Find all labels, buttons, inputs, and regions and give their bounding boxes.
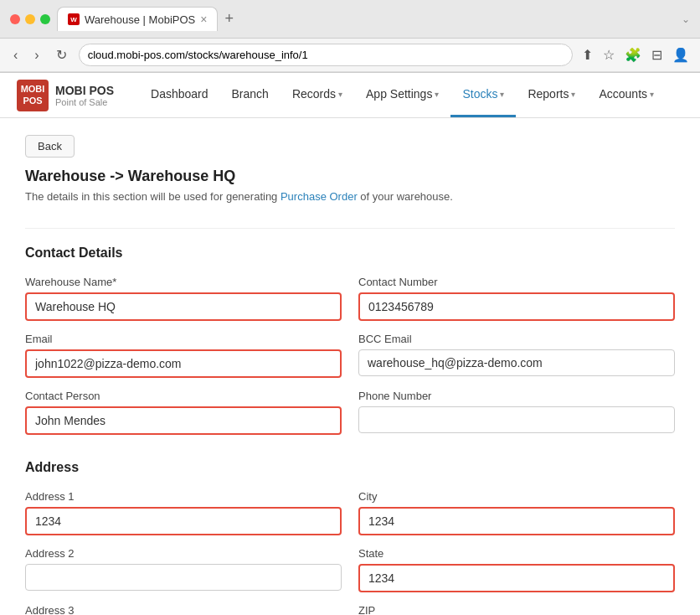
app-settings-caret: ▾ bbox=[435, 90, 439, 99]
address-row-1: Address 1 City bbox=[25, 490, 675, 535]
section-divider-top bbox=[25, 228, 675, 229]
page-description: The details in this section will be used… bbox=[25, 190, 675, 203]
logo-main-text: MOBI POS bbox=[55, 84, 114, 97]
nav-reports[interactable]: Reports ▾ bbox=[516, 73, 587, 117]
dot-maximize[interactable] bbox=[40, 14, 50, 24]
browser-add-tab-button[interactable]: + bbox=[224, 10, 234, 28]
address-row-3: Address 3 ZIP bbox=[25, 604, 675, 615]
browser-toolbar: ‹ › ↻ ⬆ ☆ 🧩 ⊟ 👤 bbox=[0, 39, 700, 72]
url-bar[interactable] bbox=[79, 44, 573, 66]
logo-sub-text: Point of Sale bbox=[55, 97, 114, 107]
page-desc-suffix: of your warehouse. bbox=[358, 190, 453, 203]
form-row-2: Email BCC Email bbox=[25, 333, 675, 378]
nav-records[interactable]: Records ▾ bbox=[281, 73, 354, 117]
form-row-1: Warehouse Name* Contact Number bbox=[25, 276, 675, 321]
user-icon[interactable]: 👤 bbox=[670, 44, 692, 65]
state-input[interactable] bbox=[358, 564, 675, 592]
phone-number-input[interactable] bbox=[358, 406, 675, 433]
extensions-icon[interactable]: 🧩 bbox=[622, 44, 644, 65]
bcc-email-label: BCC Email bbox=[358, 333, 675, 345]
form-group-phone-number: Phone Number bbox=[358, 390, 675, 435]
address-section-title: Address bbox=[25, 460, 675, 475]
nav-dashboard[interactable]: Dashboard bbox=[139, 73, 220, 117]
contact-number-input[interactable] bbox=[358, 292, 675, 321]
stocks-caret: ▾ bbox=[500, 90, 504, 99]
contact-person-input[interactable] bbox=[25, 406, 342, 435]
email-input[interactable] bbox=[25, 349, 342, 378]
forward-nav-button[interactable]: › bbox=[29, 46, 44, 65]
contact-number-label: Contact Number bbox=[358, 276, 675, 288]
zip-label: ZIP bbox=[358, 604, 675, 615]
accounts-caret: ▾ bbox=[650, 90, 654, 99]
share-icon[interactable]: ⬆ bbox=[579, 44, 595, 65]
address2-label: Address 2 bbox=[25, 547, 342, 560]
app-header: MOBIPOS MOBI POS Point of Sale Dashboard… bbox=[0, 73, 700, 118]
nav-app-settings[interactable]: App Settings ▾ bbox=[354, 73, 450, 117]
email-label: Email bbox=[25, 333, 342, 345]
address1-input[interactable] bbox=[25, 507, 342, 535]
nav-accounts[interactable]: Accounts ▾ bbox=[587, 73, 666, 117]
main-nav: Dashboard Branch Records ▾ App Settings … bbox=[139, 73, 666, 117]
form-group-address3: Address 3 bbox=[25, 604, 342, 615]
split-view-icon[interactable]: ⊟ bbox=[649, 44, 665, 65]
reports-caret: ▾ bbox=[571, 90, 575, 99]
browser-dots bbox=[10, 14, 50, 24]
purchase-order-link[interactable]: Purchase Order bbox=[281, 190, 358, 203]
form-row-3: Contact Person Phone Number bbox=[25, 390, 675, 435]
form-group-address1: Address 1 bbox=[25, 490, 342, 535]
address3-label: Address 3 bbox=[25, 604, 342, 615]
browser-window-controls: ⌄ bbox=[682, 13, 690, 25]
contact-section-title: Contact Details bbox=[25, 245, 675, 261]
logo-text: MOBI POS Point of Sale bbox=[55, 84, 114, 107]
state-label: State bbox=[358, 547, 675, 560]
browser-icons: ⬆ ☆ 🧩 ⊟ 👤 bbox=[579, 44, 692, 65]
browser-tab[interactable]: W Warehouse | MobiPOS × bbox=[57, 7, 218, 31]
bcc-email-input[interactable] bbox=[358, 349, 675, 376]
browser-tab-title: Warehouse | MobiPOS bbox=[85, 13, 195, 26]
dot-minimize[interactable] bbox=[25, 14, 35, 24]
back-button[interactable]: Back bbox=[25, 135, 75, 158]
reload-button[interactable]: ↻ bbox=[51, 45, 72, 65]
form-group-email: Email bbox=[25, 333, 342, 378]
city-input[interactable] bbox=[358, 507, 675, 535]
browser-tab-close[interactable]: × bbox=[200, 13, 207, 26]
form-group-address2: Address 2 bbox=[25, 547, 342, 592]
address2-input[interactable] bbox=[25, 564, 342, 591]
browser-titlebar: W Warehouse | MobiPOS × + ⌄ bbox=[0, 0, 700, 39]
address-section: Address Address 1 City Address 2 State bbox=[25, 460, 675, 615]
form-group-zip: ZIP bbox=[358, 604, 675, 615]
warehouse-name-label: Warehouse Name* bbox=[25, 276, 342, 288]
browser-chrome: W Warehouse | MobiPOS × + ⌄ ‹ › ↻ ⬆ ☆ 🧩 … bbox=[0, 0, 700, 73]
logo-icon: MOBIPOS bbox=[17, 80, 49, 111]
logo: MOBIPOS MOBI POS Point of Sale bbox=[17, 80, 114, 111]
form-group-contact-person: Contact Person bbox=[25, 390, 342, 435]
form-group-warehouse-name: Warehouse Name* bbox=[25, 276, 342, 321]
phone-number-label: Phone Number bbox=[358, 390, 675, 402]
form-group-bcc-email: BCC Email bbox=[358, 333, 675, 378]
form-group-state: State bbox=[358, 547, 675, 592]
records-caret: ▾ bbox=[338, 90, 342, 99]
bookmark-icon[interactable]: ☆ bbox=[600, 44, 617, 65]
nav-branch[interactable]: Branch bbox=[220, 73, 281, 117]
contact-details-section: Contact Details Warehouse Name* Contact … bbox=[25, 245, 675, 435]
form-group-contact-number: Contact Number bbox=[358, 276, 675, 321]
form-group-city: City bbox=[358, 490, 675, 535]
back-nav-button[interactable]: ‹ bbox=[8, 46, 23, 65]
nav-stocks[interactable]: Stocks ▾ bbox=[450, 73, 516, 117]
address-row-2: Address 2 State bbox=[25, 547, 675, 592]
contact-person-label: Contact Person bbox=[25, 390, 342, 402]
warehouse-name-input[interactable] bbox=[25, 292, 342, 321]
page-desc-prefix: The details in this section will be used… bbox=[25, 190, 281, 203]
browser-tab-favicon: W bbox=[68, 13, 80, 25]
dot-close[interactable] bbox=[10, 14, 20, 24]
address1-label: Address 1 bbox=[25, 490, 342, 503]
main-content: Back Warehouse -> Warehouse HQ The detai… bbox=[0, 118, 700, 615]
page-title: Warehouse -> Warehouse HQ bbox=[25, 168, 675, 185]
city-label: City bbox=[358, 490, 675, 503]
